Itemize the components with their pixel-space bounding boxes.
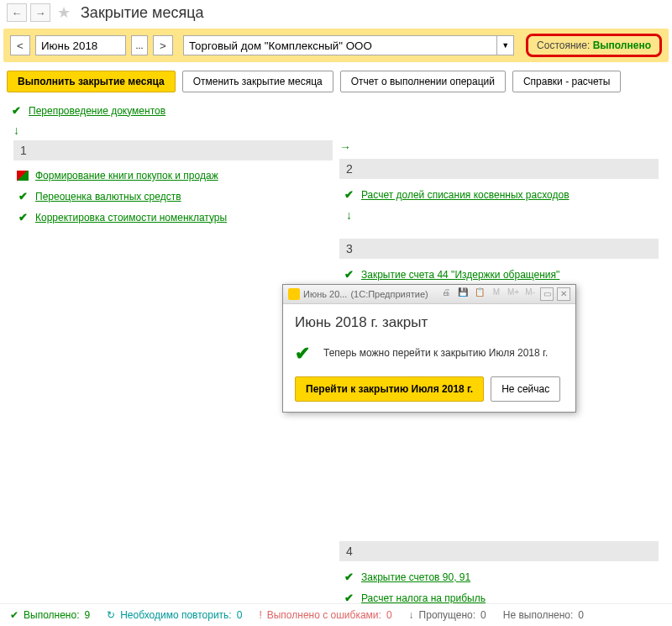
period-prev-button[interactable]: <	[10, 35, 30, 55]
arrow-down-icon: ↓	[346, 208, 655, 222]
check-icon: ✔	[343, 592, 354, 604]
check-icon: ✔	[17, 190, 29, 203]
block-2-header: 2	[339, 159, 659, 179]
stage-item: ✔ Расчет долей списания косвенных расход…	[343, 184, 659, 205]
go-next-month-button[interactable]: Перейти к закрытию Июля 2018 г.	[295, 376, 484, 402]
nav-back-button[interactable]: ←	[7, 3, 27, 22]
organization-dropdown-button[interactable]: ▼	[497, 35, 514, 55]
check-icon: ✔	[343, 188, 354, 201]
block-1-header: 1	[13, 140, 333, 160]
dialog-titlebar-app: (1С:Предприятие)	[350, 289, 428, 299]
print-icon[interactable]: 🖨	[439, 287, 453, 301]
stage-item: ✔ Корректировка стоимости номенклатуры	[17, 207, 333, 228]
dialog-message: Теперь можно перейти к закрытию Июля 201…	[323, 347, 548, 359]
run-close-button[interactable]: Выполнить закрытие месяца	[7, 71, 176, 92]
month-closed-dialog: Июнь 20... (1С:Предприятие) 🖨 💾 📋 M M+ M…	[282, 284, 576, 413]
dialog-titlebar[interactable]: Июнь 20... (1С:Предприятие) 🖨 💾 📋 M M+ M…	[283, 285, 575, 304]
status-value: Выполнено	[593, 39, 651, 51]
not-now-button[interactable]: Не сейчас	[491, 376, 560, 402]
page-title: Закрытие месяца	[81, 4, 203, 22]
stage-link[interactable]: Переоценка валютных средств	[35, 191, 181, 203]
references-button[interactable]: Справки - расчеты	[512, 71, 621, 92]
app-1c-icon	[288, 288, 300, 300]
m-minus-icon[interactable]: M-	[523, 287, 537, 301]
stage-link[interactable]: Формирование книги покупок и продаж	[35, 170, 218, 181]
m-plus-icon[interactable]: M+	[507, 287, 520, 301]
calendar-icon[interactable]: 📋	[473, 287, 486, 301]
status-label: Состояние:	[537, 39, 590, 51]
stage-reposting: ✔ Перепроведение документов	[10, 101, 662, 120]
check-icon: ✔	[343, 268, 354, 281]
stage-link[interactable]: Закрытие счета 44 "Издержки обращения"	[361, 269, 559, 281]
status-footer: ✔ Выполнено: 9 ↻ Необходимо повторить: 0…	[0, 603, 672, 626]
block-3-header: 3	[339, 239, 659, 259]
filter-bar: < ... > ▼ Состояние: Выполнено	[3, 29, 669, 62]
check-icon: ✔	[10, 609, 18, 621]
stage-link[interactable]: Корректировка стоимости номенклатуры	[35, 212, 227, 224]
check-icon: ✔	[10, 104, 22, 117]
refresh-icon: ↻	[107, 609, 115, 621]
status-box: Состояние: Выполнено	[526, 34, 662, 57]
stage-link[interactable]: Расчет долей списания косвенных расходов	[361, 189, 570, 201]
stage-link[interactable]: Закрытие счетов 90, 91	[361, 571, 470, 583]
footer-done: ✔ Выполнено: 9	[10, 609, 90, 621]
cancel-close-button[interactable]: Отменить закрытие месяца	[182, 71, 333, 92]
organization-select[interactable]	[183, 35, 497, 55]
success-check-icon: ✔	[295, 343, 315, 363]
footer-errors: ! Выполнено с ошибками: 0	[259, 609, 391, 621]
stage-link[interactable]: Перепроведение документов	[29, 105, 165, 117]
m-icon[interactable]: M	[490, 287, 503, 301]
stage-link[interactable]: Расчет налога на прибыль	[361, 592, 486, 604]
minimize-icon[interactable]: ▭	[540, 287, 554, 301]
block-4-header: 4	[339, 541, 659, 561]
period-next-button[interactable]: >	[153, 35, 173, 55]
error-icon: !	[259, 609, 261, 621]
footer-notdone: Не выполнено: 0	[503, 609, 584, 621]
dialog-title: Июнь 2018 г. закрыт	[295, 314, 564, 331]
save-icon[interactable]: 💾	[456, 287, 470, 301]
stage-item: Формирование книги покупок и продаж	[17, 166, 333, 186]
stage-item: ✔ Переоценка валютных средств	[17, 186, 333, 207]
check-icon: ✔	[343, 571, 354, 583]
arrow-right-icon: →	[339, 140, 351, 154]
footer-skipped: ↓ Пропущено: 0	[409, 609, 486, 621]
book-icon	[17, 171, 29, 181]
favorite-star-icon[interactable]: ★	[57, 3, 71, 22]
check-icon: ✔	[17, 211, 29, 224]
footer-retry: ↻ Необходимо повторить: 0	[107, 609, 242, 621]
period-picker-button[interactable]: ...	[131, 35, 148, 55]
skip-icon: ↓	[409, 609, 414, 621]
close-icon[interactable]: ✕	[557, 287, 570, 301]
nav-forward-button[interactable]: →	[30, 3, 50, 22]
toolbar: Выполнить закрытие месяца Отменить закры…	[0, 66, 672, 97]
header-bar: ← → ★ Закрытие месяца	[0, 0, 672, 25]
stage-item: ✔ Закрытие счета 44 "Издержки обращения"	[343, 264, 659, 285]
arrow-down-icon: ↓	[13, 124, 659, 137]
dialog-titlebar-text: Июнь 20...	[303, 289, 347, 299]
stage-item: ✔ Закрытие счетов 90, 91	[343, 566, 659, 587]
period-input[interactable]	[35, 35, 126, 55]
operations-report-button[interactable]: Отчет о выполнении операций	[340, 71, 506, 92]
